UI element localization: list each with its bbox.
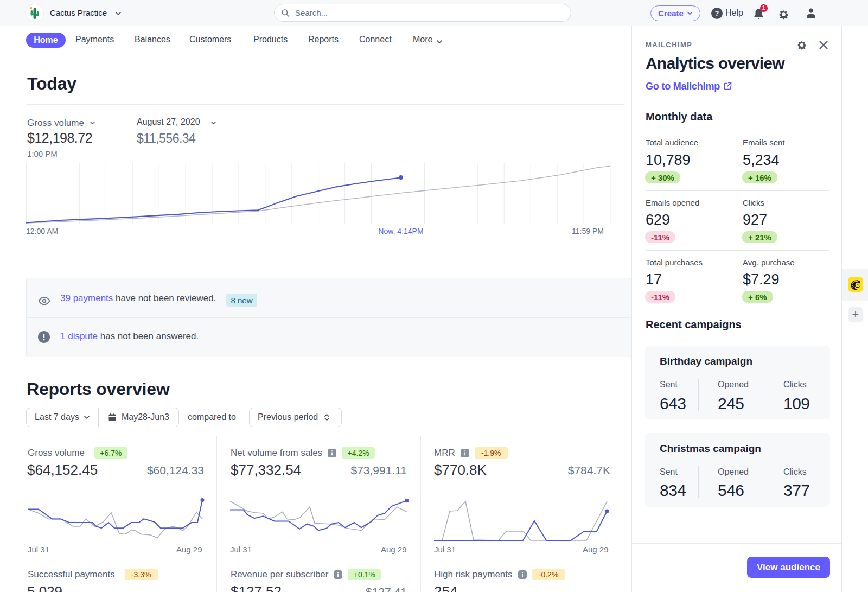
svg-text:?: ?: [715, 9, 719, 17]
